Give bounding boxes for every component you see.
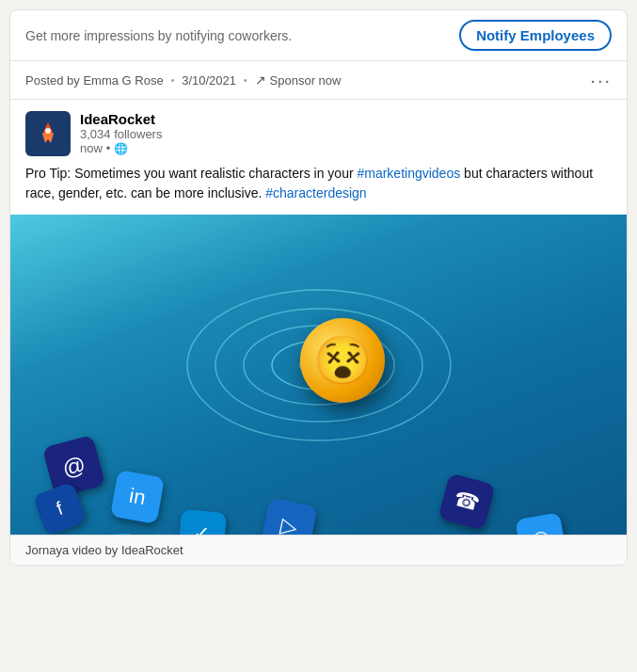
meta-bar: Posted by Emma G Rose • 3/10/2021 • ↗ Sp… [10, 61, 627, 100]
more-options-button[interactable]: ··· [590, 71, 612, 89]
globe-icon: 🌐 [114, 142, 128, 155]
company-info: IdeaRocket 3,034 followers now • 🌐 [80, 111, 162, 155]
more-dots: ··· [590, 70, 612, 90]
post-text: Pro Tip: Sometimes you want realistic ch… [10, 164, 627, 215]
hashtag-marketingvideos[interactable]: #marketingvideos [357, 166, 460, 181]
posted-by: Posted by Emma G Rose [25, 73, 164, 88]
post-date: 3/10/2021 [182, 73, 236, 88]
notify-bar: Get more impressions by notifying cowork… [10, 10, 627, 61]
dot-separator-2: • [244, 75, 247, 86]
image-caption: Jornaya video by IdeaRocket [10, 535, 627, 565]
social-icon-block: in [110, 470, 165, 524]
social-icon-block: G [84, 533, 140, 535]
company-name[interactable]: IdeaRocket [80, 111, 162, 127]
sponsor-link[interactable]: ↗ Sponsor now [255, 72, 342, 88]
company-logo[interactable] [25, 111, 71, 156]
meta-info: Posted by Emma G Rose • 3/10/2021 • ↗ Sp… [25, 72, 341, 88]
linkedin-post-card: Get more impressions by notifying cowork… [9, 9, 628, 566]
post-text-start: Pro Tip: Sometimes you want realistic ch… [25, 166, 357, 181]
hashtag-characterdesign[interactable]: #characterdesign [265, 185, 366, 200]
time-dot: • [106, 141, 111, 155]
followers-count: 3,034 followers [80, 127, 162, 141]
post-header: IdeaRocket 3,034 followers now • 🌐 [10, 100, 627, 164]
social-icon-block: ✓ [178, 509, 227, 535]
post-time: now • 🌐 [80, 141, 162, 155]
time-text: now [80, 141, 103, 155]
idearocket-logo-svg [33, 119, 63, 149]
social-icon-block: ☎ [438, 472, 495, 530]
notify-employees-button[interactable]: Notify Employees [459, 20, 612, 51]
post-image: @inf✓G▷✉☎◉💬@⋯▷✉ 😵 [10, 215, 627, 535]
social-icon-block: ▷ [260, 497, 318, 535]
social-icon-block: ◉ [515, 512, 567, 535]
svg-point-3 [45, 128, 51, 134]
notify-bar-text: Get more impressions by notifying cowork… [25, 28, 292, 43]
sponsor-icon: ↗ [255, 72, 266, 88]
sponsor-label: Sponsor now [270, 73, 342, 88]
emoji-ball: 😵 [300, 318, 385, 403]
dot-separator-1: • [171, 75, 175, 86]
